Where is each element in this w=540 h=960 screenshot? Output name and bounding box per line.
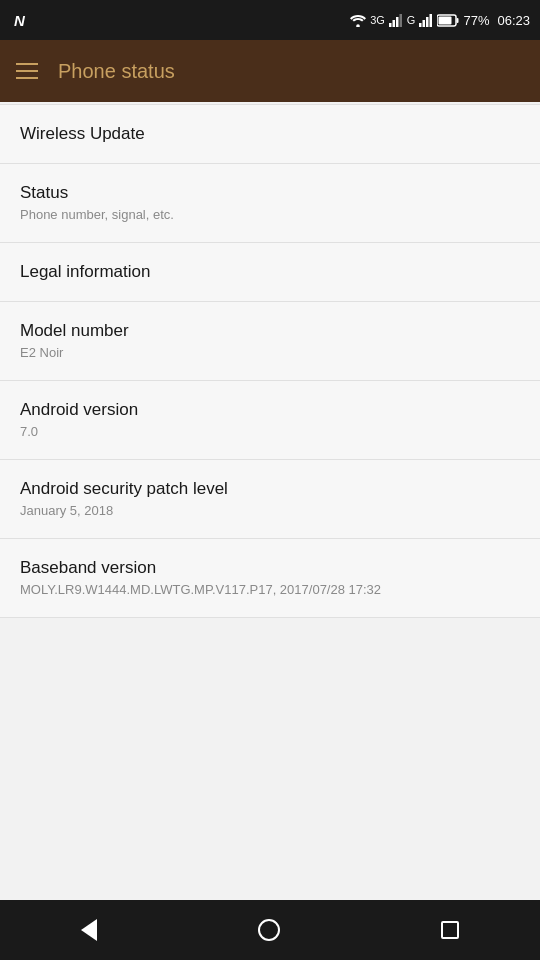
svg-rect-3	[396, 17, 399, 27]
clock: 06:23	[497, 13, 530, 28]
svg-rect-2	[392, 20, 395, 27]
network-3g: 3G	[370, 14, 385, 26]
svg-rect-1	[389, 23, 392, 27]
list-item-legal[interactable]: Legal information	[0, 243, 540, 302]
signal-icon-2	[419, 14, 433, 27]
status-left: N	[14, 12, 25, 29]
item-subtitle-security-patch: January 5, 2018	[20, 503, 520, 520]
hamburger-line-2	[16, 70, 38, 72]
home-button[interactable]	[228, 909, 310, 951]
network-g: G	[407, 14, 416, 26]
back-icon	[81, 919, 97, 941]
hamburger-line-3	[16, 77, 38, 79]
item-subtitle-model: E2 Noir	[20, 345, 520, 362]
content-list: Wireless Update Status Phone number, sig…	[0, 104, 540, 618]
back-button[interactable]	[51, 909, 127, 951]
recent-button[interactable]	[411, 911, 489, 949]
battery-icon	[437, 14, 459, 27]
item-title-model: Model number	[20, 320, 520, 342]
n-logo: N	[14, 12, 25, 29]
item-title-wireless-update: Wireless Update	[20, 123, 520, 145]
svg-rect-10	[457, 18, 459, 23]
battery-percentage: 77%	[463, 13, 489, 28]
item-title-android-version: Android version	[20, 399, 520, 421]
list-item-baseband[interactable]: Baseband version MOLY.LR9.W1444.MD.LWTG.…	[0, 539, 540, 618]
item-subtitle-status: Phone number, signal, etc.	[20, 207, 520, 224]
item-subtitle-android-version: 7.0	[20, 424, 520, 441]
svg-rect-7	[426, 17, 429, 27]
page-title: Phone status	[58, 60, 175, 83]
svg-point-0	[356, 24, 360, 27]
hamburger-line-1	[16, 63, 38, 65]
list-item-wireless-update[interactable]: Wireless Update	[0, 104, 540, 164]
list-item-status[interactable]: Status Phone number, signal, etc.	[0, 164, 540, 243]
menu-button[interactable]	[16, 63, 38, 79]
signal-icon-1	[389, 14, 403, 27]
svg-rect-6	[423, 20, 426, 27]
list-item-security-patch[interactable]: Android security patch level January 5, …	[0, 460, 540, 539]
item-title-baseband: Baseband version	[20, 557, 520, 579]
item-subtitle-baseband: MOLY.LR9.W1444.MD.LWTG.MP.V117.P17, 2017…	[20, 582, 520, 599]
list-item-model[interactable]: Model number E2 Noir	[0, 302, 540, 381]
svg-rect-11	[439, 16, 452, 24]
item-title-security-patch: Android security patch level	[20, 478, 520, 500]
svg-rect-8	[430, 14, 433, 27]
item-title-legal: Legal information	[20, 261, 520, 283]
recent-icon	[441, 921, 459, 939]
home-icon	[258, 919, 280, 941]
list-item-android-version[interactable]: Android version 7.0	[0, 381, 540, 460]
status-right: 3G G 77% 06:23	[350, 13, 530, 28]
nav-bar	[0, 900, 540, 960]
svg-rect-4	[399, 14, 402, 27]
wifi-icon	[350, 14, 366, 27]
status-bar: N 3G G 77% 06:23	[0, 0, 540, 40]
top-bar: Phone status	[0, 40, 540, 102]
item-title-status: Status	[20, 182, 520, 204]
svg-rect-5	[419, 23, 422, 27]
